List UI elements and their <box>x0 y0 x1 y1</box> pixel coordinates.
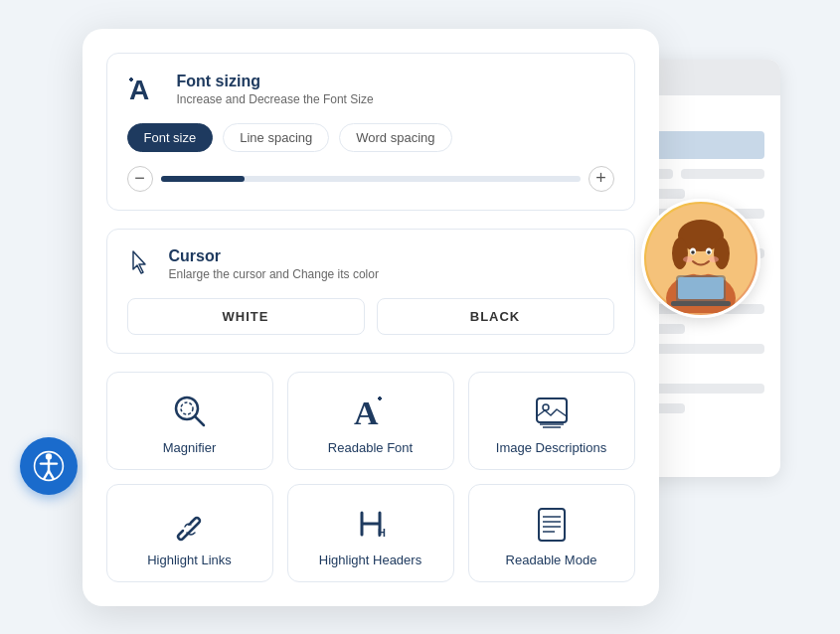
slider-track[interactable] <box>161 176 581 182</box>
main-panel: A Font sizing Increase and Decrease the … <box>83 29 659 606</box>
font-sizing-header: A Font sizing Increase and Decrease the … <box>127 72 614 107</box>
readable-font-icon: A <box>352 393 390 430</box>
slider-decrease-button[interactable]: − <box>127 166 153 192</box>
feature-card-highlight-links[interactable]: Highlight Links <box>106 484 273 582</box>
svg-line-37 <box>44 471 49 479</box>
font-size-icon: A <box>127 72 163 107</box>
font-size-slider: − + <box>127 166 614 192</box>
slider-increase-button[interactable]: + <box>588 166 614 192</box>
readable-mode-label: Readable Mode <box>506 553 597 567</box>
font-tabs: Font size Line spacing Word spacing <box>127 123 614 152</box>
feature-grid: Magnifier A Readable Font <box>106 372 635 582</box>
svg-point-25 <box>543 404 549 410</box>
font-sizing-subtitle: Increase and Decrease the Font Size <box>177 92 374 106</box>
svg-line-38 <box>49 471 54 479</box>
cursor-text: Cursor Enlarge the cursor and Change its… <box>169 247 379 281</box>
svg-rect-4 <box>671 301 731 306</box>
cursor-header: Cursor Enlarge the cursor and Change its… <box>127 247 614 282</box>
readable-mode-icon <box>533 505 571 543</box>
tab-line-spacing[interactable]: Line spacing <box>223 123 329 152</box>
feature-card-highlight-headers[interactable]: H Highlight Headers <box>287 484 454 582</box>
browser-line <box>681 169 764 179</box>
highlight-links-label: Highlight Links <box>147 553 232 567</box>
slider-fill <box>161 176 245 182</box>
cursor-subtitle: Enlarge the cursor and Change its color <box>169 267 379 281</box>
cursor-color-buttons: WHITE BLACK <box>127 298 614 335</box>
cursor-icon <box>127 247 155 282</box>
feature-card-readable-font[interactable]: A Readable Font <box>287 372 454 470</box>
font-sizing-title: Font sizing <box>177 73 374 90</box>
magnifier-label: Magnifier <box>163 440 216 455</box>
svg-point-8 <box>714 238 730 269</box>
svg-rect-24 <box>537 398 567 422</box>
highlight-headers-icon: H <box>352 505 390 543</box>
image-desc-icon <box>533 393 571 430</box>
tab-font-size[interactable]: Font size <box>127 123 214 152</box>
svg-point-20 <box>181 402 193 414</box>
cursor-title: Cursor <box>169 247 379 265</box>
cursor-white-button[interactable]: WHITE <box>127 298 365 335</box>
font-sizing-text: Font sizing Increase and Decrease the Fo… <box>177 73 374 106</box>
svg-point-14 <box>709 256 719 262</box>
feature-card-magnifier[interactable]: Magnifier <box>106 372 273 470</box>
svg-rect-3 <box>678 277 724 299</box>
readable-font-label: Readable Font <box>328 440 413 455</box>
feature-card-image-desc[interactable]: Image Descriptions <box>468 372 635 470</box>
svg-text:H: H <box>378 527 386 539</box>
svg-line-19 <box>195 416 204 425</box>
font-sizing-section: A Font sizing Increase and Decrease the … <box>106 53 635 211</box>
accessibility-button[interactable] <box>20 437 78 495</box>
svg-point-12 <box>707 250 711 254</box>
feature-card-readable-mode[interactable]: Readable Mode <box>468 484 635 582</box>
svg-point-13 <box>683 256 693 262</box>
magnifier-icon <box>171 393 209 430</box>
svg-text:A: A <box>354 395 379 430</box>
svg-point-11 <box>691 250 695 254</box>
image-desc-label: Image Descriptions <box>496 440 606 455</box>
svg-rect-29 <box>539 509 565 541</box>
avatar <box>641 199 760 318</box>
highlight-headers-label: Highlight Headers <box>319 553 421 567</box>
tab-word-spacing[interactable]: Word spacing <box>339 123 451 152</box>
cursor-black-button[interactable]: BLACK <box>377 298 614 335</box>
cursor-section: Cursor Enlarge the cursor and Change its… <box>106 229 635 354</box>
svg-point-7 <box>672 238 688 269</box>
highlight-links-icon <box>171 505 209 543</box>
